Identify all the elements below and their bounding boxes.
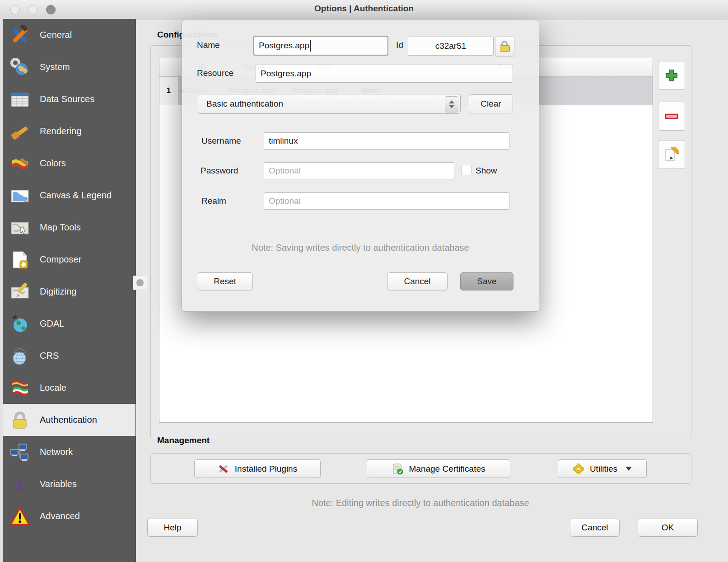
sidebar-item-map-tools[interactable]: Map Tools: [3, 211, 135, 244]
composer-icon: [9, 249, 31, 271]
show-password-checkbox[interactable]: [461, 165, 471, 175]
dialog-cancel-button[interactable]: Cancel: [387, 272, 448, 290]
resource-label: Resource: [197, 68, 233, 78]
realm-input[interactable]: [264, 192, 509, 210]
edit-pencil-icon: [664, 147, 679, 162]
options-window: Options | Authentication General: [0, 0, 728, 562]
resource-input[interactable]: [256, 65, 513, 83]
edit-configuration-button[interactable]: [658, 140, 685, 169]
sidebar-item-label: General: [40, 30, 72, 40]
name-input[interactable]: Postgres.app: [253, 36, 388, 56]
row-number-cell: 1: [159, 77, 178, 105]
sidebar-item-label: GDAL: [40, 318, 64, 329]
name-label: Name: [197, 40, 220, 50]
id-label: Id: [396, 40, 403, 50]
manage-certificates-button[interactable]: Manage Certificates: [367, 459, 510, 478]
sidebar-item-label: Authentication: [40, 415, 97, 425]
utilities-gear-icon: [573, 463, 584, 475]
auth-method-select[interactable]: Basic authentication: [198, 94, 461, 114]
sidebar-item-colors[interactable]: Colors: [3, 147, 135, 179]
splitter-dot: [136, 279, 144, 286]
sidebar-item-advanced[interactable]: Advanced: [3, 500, 135, 532]
colors-icon: [9, 153, 31, 174]
sidebar-item-general[interactable]: General: [3, 19, 135, 51]
lock-icon: [499, 41, 510, 52]
show-label: Show: [476, 166, 497, 176]
locale-icon: [9, 377, 31, 399]
sidebar-item-digitizing[interactable]: Digitizing: [3, 276, 135, 308]
minus-icon: [665, 109, 678, 123]
options-sidebar: General System Data Sources: [3, 19, 136, 562]
crs-icon: [9, 345, 31, 367]
select-stepper-icon: [445, 96, 458, 112]
rendering-icon: [9, 121, 31, 142]
sidebar-item-composer[interactable]: Composer: [3, 244, 135, 276]
title-bar: Options | Authentication: [0, 0, 728, 19]
advanced-warning-icon: [9, 506, 31, 527]
sidebar-item-label: Map Tools: [40, 222, 81, 233]
password-input[interactable]: [264, 162, 454, 179]
auth-config-dialog: Name Postgres.app Id Resource Basic auth…: [182, 20, 539, 312]
reset-button[interactable]: Reset: [197, 272, 253, 290]
text-caret: [310, 40, 311, 52]
add-configuration-button[interactable]: [658, 61, 685, 90]
sidebar-item-network[interactable]: Network: [3, 436, 135, 468]
digitizing-icon: [9, 281, 31, 303]
row-number-header: [159, 58, 178, 76]
password-label: Password: [201, 166, 238, 176]
save-button[interactable]: Save: [460, 272, 513, 290]
sidebar-item-data-sources[interactable]: Data Sources: [3, 83, 135, 115]
sidebar-item-label: Variables: [40, 479, 77, 489]
sidebar-item-label: Locale: [40, 383, 66, 393]
sidebar-item-label: Rendering: [40, 126, 81, 136]
window-title: Options | Authentication: [0, 4, 728, 14]
data-sources-icon: [9, 89, 31, 110]
sidebar-item-label: Advanced: [40, 511, 80, 521]
sidebar-item-label: Composer: [40, 254, 81, 265]
sidebar-item-label: Network: [40, 447, 73, 457]
plus-icon: [665, 69, 678, 82]
sidebar-item-label: Colors: [40, 158, 66, 169]
help-button[interactable]: Help: [147, 519, 198, 537]
main-cancel-button[interactable]: Cancel: [570, 519, 620, 537]
editing-note: Note: Editing writes directly to authent…: [150, 498, 691, 508]
network-icon: [9, 441, 31, 463]
utilities-button[interactable]: Utilities: [558, 459, 647, 478]
clear-button[interactable]: Clear: [469, 94, 513, 113]
sidebar-item-label: Canvas & Legend: [40, 190, 112, 201]
panel-splitter-handle[interactable]: [133, 276, 147, 290]
sidebar-item-system[interactable]: System: [3, 51, 135, 83]
installed-plugins-button[interactable]: Installed Plugins: [194, 459, 321, 478]
realm-label: Realm: [201, 196, 226, 206]
system-icon: [9, 56, 31, 78]
utilities-dropdown-caret: [625, 467, 632, 471]
username-label: Username: [201, 136, 241, 146]
variables-epsilon-icon: ε: [9, 473, 31, 495]
sidebar-item-variables[interactable]: ε Variables: [3, 468, 135, 500]
sidebar-item-locale[interactable]: Locale: [3, 372, 135, 404]
saving-note: Note: Saving writes directly to authenti…: [182, 243, 539, 253]
username-input[interactable]: [264, 132, 509, 150]
id-input[interactable]: [408, 37, 494, 56]
id-lock-button[interactable]: [495, 37, 514, 56]
sidebar-item-gdal[interactable]: GDAL: [3, 308, 135, 340]
sidebar-item-label: System: [40, 62, 70, 72]
authentication-lock-icon: [9, 409, 31, 431]
sidebar-item-rendering[interactable]: Rendering: [3, 115, 135, 147]
sidebar-item-label: Digitizing: [40, 286, 76, 297]
sidebar-item-canvas-legend[interactable]: Canvas & Legend: [3, 179, 135, 211]
gdal-icon: [9, 313, 31, 335]
plugin-tools-icon: [218, 463, 229, 475]
canvas-legend-icon: [9, 185, 31, 206]
management-heading: Management: [157, 436, 210, 445]
general-icon: [9, 24, 31, 46]
certificate-icon: [392, 463, 404, 475]
sidebar-item-label: Data Sources: [40, 94, 94, 104]
sidebar-item-crs[interactable]: CRS: [3, 340, 135, 372]
map-tools-icon: [9, 217, 31, 239]
sidebar-item-label: CRS: [40, 351, 59, 361]
ok-button[interactable]: OK: [638, 519, 698, 537]
sidebar-item-authentication[interactable]: Authentication: [3, 404, 135, 436]
remove-configuration-button[interactable]: [658, 102, 685, 131]
